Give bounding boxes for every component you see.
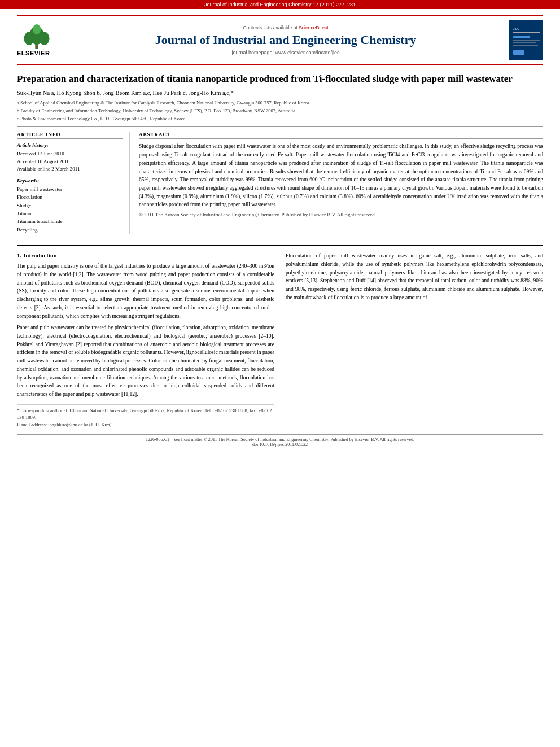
journal-citation-text: Journal of Industrial and Engineering Ch…	[204, 2, 356, 7]
keyword-4: Titania	[17, 209, 123, 217]
affiliation-a: a School of Applied Chemical Engineering…	[17, 99, 543, 107]
article-history-label: Article history:	[17, 142, 123, 148]
affiliations: a School of Applied Chemical Engineering…	[17, 99, 543, 122]
svg-point-2	[24, 32, 34, 45]
keyword-2: Flocculation	[17, 193, 123, 201]
article-title: Preparation and characterization of tita…	[17, 73, 543, 85]
footer-issn: 1226-086X/$ – see front matter © 2011 Th…	[17, 437, 543, 442]
journal-homepage: journal homepage: www.elsevier.com/locat…	[68, 50, 504, 55]
divider	[17, 126, 543, 127]
intro-para-2: Paper and pulp wastewater can be treated…	[17, 324, 274, 398]
svg-rect-8	[513, 32, 540, 33]
intro-text-right: Flocculation of paper mill wastewater ma…	[286, 252, 543, 302]
article-info-abstract-section: Article info Article history: Received 1…	[17, 132, 543, 234]
svg-point-3	[40, 32, 50, 45]
body-col-right: Flocculation of paper mill wastewater ma…	[286, 252, 543, 429]
abstract-paragraph: Sludge disposal after flocculation with …	[139, 142, 543, 209]
footnote-area: * Corresponding author at: Chonnam Natio…	[17, 404, 274, 429]
intro-para-1: The pulp and paper industry is one of th…	[17, 262, 274, 320]
journal-center-info: Contents lists available at ScienceDirec…	[68, 25, 504, 55]
keywords-list: Paper mill wastewater Flocculation Sludg…	[17, 185, 123, 234]
svg-text:JIEC: JIEC	[513, 27, 519, 30]
elsevier-logo: ELSEVIER	[17, 24, 68, 56]
keyword-1: Paper mill wastewater	[17, 185, 123, 193]
intro-para-3: Flocculation of paper mill wastewater ma…	[286, 252, 543, 302]
sciencedirect-link: Contents lists available at ScienceDirec…	[68, 25, 504, 30]
footer-doi: doi:10.1016/j.jiec.2011.02.022	[17, 442, 543, 447]
keyword-5: Titanium tetrachloride	[17, 217, 123, 225]
svg-point-5	[36, 45, 38, 47]
journal-header: ELSEVIER Contents lists available at Sci…	[17, 15, 543, 65]
article-info-heading: Article info	[17, 132, 123, 139]
keyword-6: Recycling	[17, 226, 123, 234]
sciencedirect-anchor[interactable]: ScienceDirect	[299, 25, 328, 30]
svg-rect-11	[513, 42, 536, 43]
abstract-col: Abstract Sludge disposal after flocculat…	[139, 132, 543, 234]
keywords-label: Keywords:	[17, 178, 123, 184]
homepage-url: www.elsevier.com/locate/jiec	[275, 50, 340, 55]
cover-box: JIEC	[509, 20, 543, 60]
journal-citation-bar: Journal of Industrial and Engineering Ch…	[0, 0, 560, 9]
received-date: Received 17 June 2010	[17, 150, 123, 158]
journal-title: Journal of Industrial and Engineering Ch…	[68, 33, 504, 47]
main-body: 1. Introduction The pulp and paper indus…	[17, 245, 543, 429]
keyword-3: Sludge	[17, 202, 123, 209]
abstract-heading: Abstract	[139, 132, 543, 139]
affiliation-b: b Faculty of Engineering and Information…	[17, 107, 543, 115]
available-date: Available online 2 March 2011	[17, 165, 123, 173]
article-section: Preparation and characterization of tita…	[17, 73, 543, 245]
svg-rect-13	[513, 50, 524, 55]
corresponding-note: * Corresponding author at: Chonnam Natio…	[17, 407, 274, 422]
page-footer: 1226-086X/$ – see front matter © 2011 Th…	[17, 434, 543, 447]
svg-point-4	[33, 24, 41, 34]
intro-heading: 1. Introduction	[17, 252, 274, 259]
svg-rect-10	[513, 40, 540, 41]
affiliation-c: c Photo & Environmental Technology Co., …	[17, 115, 543, 123]
body-col-left: 1. Introduction The pulp and paper indus…	[17, 252, 274, 429]
body-two-col: 1. Introduction The pulp and paper indus…	[17, 252, 543, 429]
elsevier-tree-icon	[17, 24, 56, 50]
elsevier-logo-area: ELSEVIER	[17, 24, 68, 56]
journal-cover-image: JIEC	[504, 20, 543, 60]
article-info-col: Article info Article history: Received 1…	[17, 132, 130, 234]
accepted-date: Accepted 18 August 2010	[17, 158, 123, 166]
elsevier-wordmark: ELSEVIER	[17, 50, 50, 56]
abstract-text: Sludge disposal after flocculation with …	[139, 142, 543, 219]
cover-thumbnail-icon: JIEC	[511, 22, 542, 59]
email-note: E-mail address: jonghkiro@jnu.ac.kr (J.-…	[17, 421, 274, 429]
abstract-copyright: © 2011 The Korean Society of Industrial …	[139, 211, 543, 219]
svg-rect-12	[513, 45, 538, 46]
svg-rect-9	[513, 36, 530, 38]
intro-text: The pulp and paper industry is one of th…	[17, 262, 274, 399]
authors: Suk-Hyun Na a, Ho Kyong Shon b, Jong Beo…	[17, 90, 543, 96]
